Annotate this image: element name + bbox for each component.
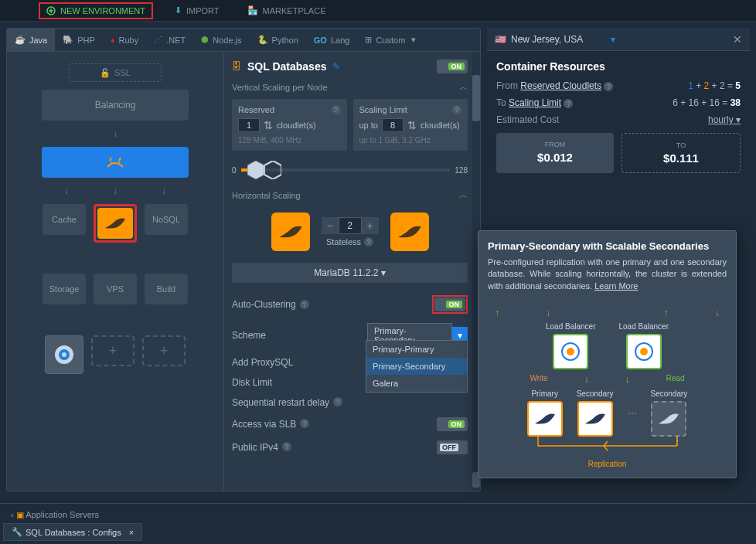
help-icon[interactable]: ? bbox=[333, 397, 342, 406]
help-icon[interactable]: ? bbox=[300, 300, 309, 309]
slider-handle-icon[interactable] bbox=[247, 161, 264, 179]
vps-node[interactable]: VPS bbox=[94, 274, 137, 304]
add-node-button[interactable]: + bbox=[91, 335, 135, 366]
tab-nodejs[interactable]: ⬢Node.js bbox=[193, 29, 249, 51]
svg-marker-6 bbox=[247, 161, 264, 179]
region-select[interactable]: 🇺🇸 New Jersey, USA ▾ bbox=[495, 34, 615, 45]
wrench-icon: 🔧 bbox=[12, 527, 22, 537]
scheme-option[interactable]: Galera bbox=[366, 375, 467, 392]
new-environment-button[interactable]: NEW ENVIRONMENT bbox=[39, 2, 153, 19]
help-icon[interactable]: ? bbox=[604, 82, 613, 91]
circle-icon bbox=[53, 344, 75, 366]
help-icon[interactable]: ? bbox=[564, 99, 573, 108]
appserver-node[interactable] bbox=[42, 147, 189, 178]
balancing-node[interactable]: Balancing bbox=[42, 90, 189, 121]
svg-point-9 bbox=[567, 348, 574, 355]
scheme-option[interactable]: Primary-Primary bbox=[366, 341, 467, 358]
increment-button[interactable]: + bbox=[362, 217, 379, 234]
tab-ruby[interactable]: ♦Ruby bbox=[103, 29, 146, 51]
limit-input[interactable] bbox=[382, 118, 404, 132]
marketplace-button[interactable]: 🏪 MARKETPLACE bbox=[241, 3, 332, 18]
config-panel: 🗄 SQL Databases ✎ ON Vertical Scaling pe… bbox=[223, 52, 480, 491]
help-icon[interactable]: ? bbox=[300, 419, 309, 428]
slb-toggle[interactable]: ON bbox=[437, 417, 468, 431]
import-icon: ⬇ bbox=[175, 5, 182, 15]
bottom-tab[interactable]: 🔧 SQL Databases : Configs × bbox=[3, 523, 142, 541]
lb-node bbox=[553, 334, 588, 369]
server-icon: ▣ bbox=[16, 510, 24, 519]
sql-node[interactable] bbox=[97, 208, 133, 239]
help-icon[interactable]: ? bbox=[332, 105, 341, 114]
edit-icon[interactable]: ✎ bbox=[332, 61, 340, 72]
scheme-tooltip: Primary-Secondary with Scalable Secondar… bbox=[478, 230, 737, 478]
cache-node[interactable]: Cache bbox=[43, 204, 86, 235]
svg-point-2 bbox=[118, 162, 120, 163]
collapse-icon[interactable]: ︿ bbox=[459, 81, 468, 93]
close-button[interactable]: ✕ bbox=[733, 33, 742, 46]
tab-php[interactable]: 🐘PHP bbox=[55, 29, 103, 51]
svg-point-1 bbox=[111, 162, 112, 163]
topology-builder: 🔓 SSL Balancing ↓ ↓↓↓ Cache NoSQL bbox=[7, 52, 223, 491]
reserved-box: Reserved? ⇅ cloudlet(s) 128 MiB, 400 MHz bbox=[232, 99, 347, 151]
help-icon[interactable]: ? bbox=[452, 105, 461, 114]
mariadb-icon bbox=[278, 223, 304, 241]
vertical-scaling-label: Vertical Scaling per Node bbox=[232, 83, 328, 92]
close-tab-icon[interactable]: × bbox=[129, 528, 134, 537]
add-node-button[interactable]: + bbox=[142, 335, 186, 366]
ipv4-toggle[interactable]: OFF bbox=[437, 440, 468, 454]
decrement-button[interactable]: − bbox=[322, 217, 339, 234]
build-node[interactable]: Build bbox=[145, 274, 188, 304]
ssl-toggle[interactable]: 🔓 SSL bbox=[69, 63, 162, 82]
arrow-down-icon: ↓ bbox=[162, 185, 166, 196]
node-count-input[interactable] bbox=[339, 217, 362, 234]
chevron-right-icon: › bbox=[11, 510, 14, 519]
stepper-icon[interactable]: ⇅ bbox=[407, 119, 417, 131]
dotnet-icon: ⋰ bbox=[154, 35, 162, 45]
sql-node-highlight bbox=[94, 204, 137, 243]
chevron-down-icon: ▾ bbox=[611, 34, 615, 45]
extra-node[interactable] bbox=[45, 335, 83, 374]
bottom-panel: › ▣ Application Servers 🔧 SQL Databases … bbox=[0, 503, 756, 544]
storage-node[interactable]: Storage bbox=[43, 274, 86, 304]
python-icon: 🐍 bbox=[257, 35, 268, 45]
java-icon: ☕ bbox=[15, 35, 26, 45]
flag-icon: 🇺🇸 bbox=[495, 34, 506, 45]
tab-go[interactable]: GOLang bbox=[306, 29, 358, 51]
scheme-option[interactable]: Primary-Secondary bbox=[366, 358, 467, 375]
help-icon[interactable]: ? bbox=[282, 442, 291, 451]
nosql-node[interactable]: NoSQL bbox=[145, 204, 188, 235]
cloudlet-slider[interactable]: 0 128 bbox=[232, 158, 468, 182]
limit-link[interactable]: Scaling Limit bbox=[509, 97, 561, 108]
sql-toggle[interactable]: ON bbox=[437, 60, 468, 73]
db-version-select[interactable]: MariaDB 11.2.2 ▾ bbox=[232, 263, 468, 283]
tab-python[interactable]: 🐍Python bbox=[250, 29, 306, 51]
learn-more-link[interactable]: Learn More bbox=[594, 281, 638, 291]
tab-custom[interactable]: ⊞Custom▾ bbox=[357, 29, 424, 51]
primary-node bbox=[527, 401, 563, 437]
import-button[interactable]: ⬇ IMPORT bbox=[169, 3, 226, 18]
tab-java[interactable]: ☕Java bbox=[7, 29, 55, 51]
help-icon[interactable]: ? bbox=[364, 237, 373, 246]
ruby-icon: ♦ bbox=[111, 36, 115, 45]
tooltip-title: Primary-Secondary with Scalable Secondar… bbox=[488, 240, 727, 252]
secondary-node bbox=[577, 401, 613, 437]
arrow-down-icon: ↓ bbox=[64, 185, 69, 196]
stepper-icon[interactable]: ⇅ bbox=[264, 119, 273, 131]
svg-point-5 bbox=[62, 352, 66, 357]
reserved-link[interactable]: Reserved Cloudlets bbox=[520, 80, 601, 91]
go-icon: GO bbox=[314, 36, 327, 45]
auto-cluster-toggle[interactable]: ON bbox=[434, 298, 465, 311]
php-icon: 🐘 bbox=[63, 35, 73, 45]
cost-period-select[interactable]: hourly ▾ bbox=[708, 114, 741, 125]
nodejs-icon: ⬢ bbox=[201, 35, 209, 45]
tab-dotnet[interactable]: ⋰.NET bbox=[146, 29, 193, 51]
reserved-input[interactable] bbox=[238, 118, 260, 132]
slider-handle-icon[interactable] bbox=[264, 161, 281, 179]
seq-restart-label: Sequential restart delay bbox=[232, 397, 329, 408]
cost-to: TO $0.111 bbox=[621, 133, 741, 173]
tree-item[interactable]: › ▣ Application Servers bbox=[3, 507, 753, 523]
collapse-icon[interactable]: ︿ bbox=[459, 189, 468, 201]
proxy-label: Add ProxySQL bbox=[232, 357, 293, 368]
lock-icon: 🔓 bbox=[100, 68, 111, 78]
mariadb-icon bbox=[104, 216, 127, 231]
